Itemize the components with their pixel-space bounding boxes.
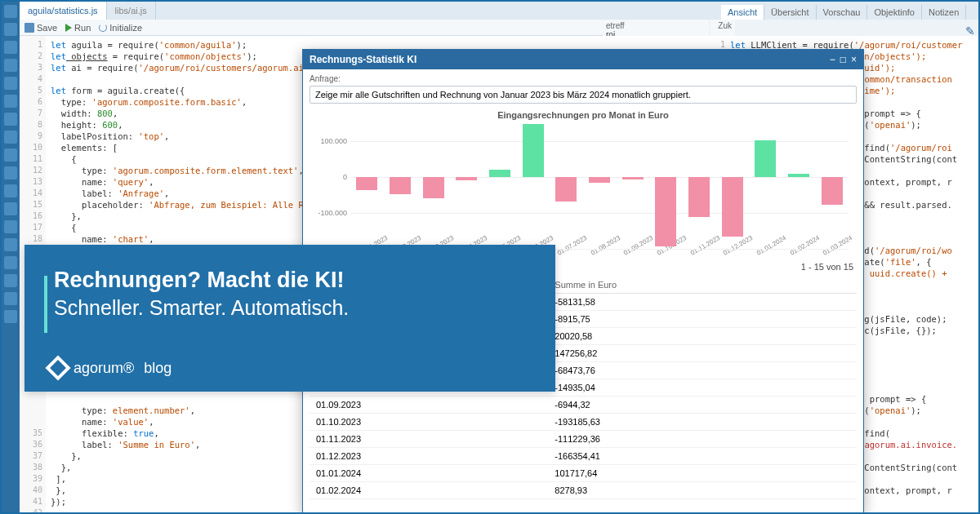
chart-bar[interactable]: [655, 177, 676, 246]
chart-bar[interactable]: [622, 177, 644, 179]
rail-icon[interactable]: [4, 292, 17, 305]
save-icon: [24, 23, 34, 33]
chart-bar[interactable]: [423, 177, 444, 198]
cell-date: 01.11.2023: [310, 431, 548, 448]
y-tick: -100.000: [310, 209, 347, 217]
x-tick: 01.02.2024: [789, 230, 828, 257]
rail-icon[interactable]: [4, 5, 17, 18]
x-tick: 01.08.2023: [590, 230, 629, 257]
cell-date: 01.02.2024: [310, 482, 548, 499]
refresh-icon: [99, 24, 107, 32]
tab-ai-js[interactable]: libs/ai.js: [107, 2, 156, 20]
modal-title-text: Rechnungs-Statistik KI: [310, 54, 416, 65]
chart-area: Eingangsrechnungen pro Monat in Euro 01.…: [310, 110, 857, 257]
cell-sum: -8915,75: [548, 311, 857, 328]
cell-sum: -58131,58: [548, 294, 857, 311]
chart-bar[interactable]: [489, 170, 510, 177]
cell-date: 01.01.2024: [310, 465, 548, 482]
query-label: Anfrage:: [310, 74, 857, 83]
cell-sum: -111229,36: [548, 431, 857, 448]
rail-icon[interactable]: [4, 238, 17, 251]
query-input[interactable]: [310, 86, 857, 104]
rail-icon[interactable]: [4, 148, 17, 162]
table-row[interactable]: 01.11.2023-111229,36: [310, 431, 857, 448]
table-row[interactable]: 01.12.2023-166354,41: [310, 448, 857, 465]
minimize-icon[interactable]: −: [830, 54, 835, 65]
chart-plot: 01.01.202301.02.202301.03.202301.04.2023…: [350, 123, 849, 250]
rail-icon[interactable]: [4, 274, 17, 287]
table-row[interactable]: 01.02.20248278,93: [310, 482, 857, 499]
chart-bar[interactable]: [356, 177, 377, 190]
agorum-logo-icon: [45, 355, 70, 380]
cell-sum: -166354,41: [548, 448, 857, 465]
tab-statistics-js[interactable]: aguila/statistics.js: [20, 2, 107, 20]
x-tick: 01.07.2023: [556, 230, 595, 257]
y-tick: 0: [310, 173, 347, 181]
tab-notizen[interactable]: Notizen: [922, 5, 966, 20]
table-row[interactable]: 01.10.2023-193185,63: [310, 414, 857, 431]
cell-date: 01.10.2023: [310, 414, 548, 431]
modal-titlebar[interactable]: Rechnungs-Statistik KI − □ ×: [303, 50, 863, 69]
play-icon: [65, 24, 72, 32]
accent-bar: [44, 276, 47, 333]
chart-bar[interactable]: [456, 177, 477, 180]
close-icon[interactable]: ×: [851, 54, 857, 65]
banner-logo: agorum® blog: [49, 359, 172, 377]
rail-icon[interactable]: [4, 113, 17, 126]
table-header-sum[interactable]: Summe in Euro: [548, 277, 857, 294]
table-row[interactable]: 01.01.2024101717,64: [310, 465, 857, 482]
rail-icon[interactable]: [4, 23, 17, 36]
chart-bar[interactable]: [390, 177, 411, 194]
cell-sum: 101717,64: [548, 465, 857, 482]
chart-title: Eingangsrechnungen pro Monat in Euro: [310, 110, 857, 120]
cell-sum: 20020,58: [548, 328, 857, 345]
banner-headline: Rechnungen? Macht die KI!: [54, 268, 529, 293]
rail-icon[interactable]: [4, 77, 17, 90]
rail-icon[interactable]: [4, 202, 17, 215]
rail-icon[interactable]: [4, 41, 17, 54]
x-tick: 01.01.2024: [755, 230, 795, 257]
maximize-icon[interactable]: □: [840, 54, 846, 65]
left-icon-rail: [2, 2, 20, 512]
cell-sum: 147256,82: [548, 345, 857, 362]
cell-date: 01.09.2023: [310, 397, 548, 414]
table-row[interactable]: 01.09.2023-6944,32: [310, 397, 857, 414]
cell-date: 01.12.2023: [310, 448, 548, 465]
right-panel-tabs: Ansicht Übersicht Vorschau Objektinfo No…: [721, 2, 978, 20]
rail-icon[interactable]: [4, 184, 17, 197]
chart-bar[interactable]: [788, 174, 809, 177]
run-button[interactable]: Run: [65, 23, 91, 33]
editor-toolbar: Save Run Initialize: [20, 20, 627, 36]
chart-bar[interactable]: [688, 177, 710, 217]
chart-bar[interactable]: [722, 177, 743, 237]
rail-icon[interactable]: [4, 131, 17, 144]
rail-icon[interactable]: [4, 95, 17, 108]
promo-banner: Rechnungen? Macht die KI! Schneller. Sma…: [24, 245, 555, 392]
cell-sum: -68473,76: [548, 362, 857, 379]
save-button[interactable]: Save: [24, 23, 57, 33]
cell-sum: -193185,63: [548, 414, 857, 431]
tab-vorschau[interactable]: Vorschau: [817, 5, 868, 20]
chart-bar[interactable]: [555, 177, 577, 202]
y-tick: 100.000: [310, 137, 347, 145]
chart-bar[interactable]: [755, 140, 776, 177]
rail-icon[interactable]: [4, 166, 17, 179]
tab-ansicht[interactable]: Ansicht: [721, 5, 764, 20]
x-tick: 01.03.2024: [822, 230, 861, 257]
chart-bar[interactable]: [523, 124, 544, 177]
cell-sum: -6944,32: [548, 397, 857, 414]
cell-sum: -14935,04: [548, 379, 857, 397]
chart-bar[interactable]: [589, 177, 610, 183]
rail-icon[interactable]: [4, 220, 17, 233]
initialize-button[interactable]: Initialize: [99, 23, 142, 33]
tab-uebersicht[interactable]: Übersicht: [764, 5, 816, 20]
rail-icon[interactable]: [4, 256, 17, 269]
tab-objektinfo[interactable]: Objektinfo: [867, 5, 922, 20]
chart-bar[interactable]: [822, 177, 843, 205]
cell-sum: 8278,93: [548, 482, 857, 499]
banner-subline: Schneller. Smarter. Automatisch.: [54, 296, 529, 320]
rail-icon[interactable]: [4, 310, 17, 323]
rail-icon[interactable]: [4, 59, 17, 72]
